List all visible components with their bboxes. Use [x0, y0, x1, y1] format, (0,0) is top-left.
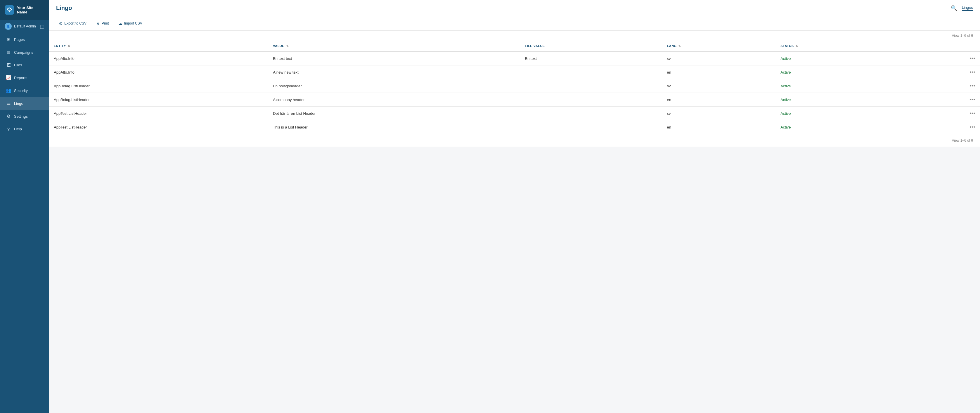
tab-lingos[interactable]: Lingos — [962, 5, 973, 11]
sidebar: Your Site Name 👤 Default Admin ⬚ ⊞Pages▤… — [0, 0, 49, 413]
sidebar-item-label: Campaigns — [14, 50, 33, 55]
col-header-entity[interactable]: ENTITY ⇅ — [49, 41, 268, 51]
cell-entity: AppAlto.Info — [49, 51, 268, 65]
sidebar-item-reports[interactable]: 📈Reports — [0, 71, 49, 84]
cell-file_value — [520, 79, 662, 93]
files-icon: 🖼 — [6, 62, 11, 67]
cell-lang: sv — [662, 51, 776, 65]
cell-value: En text text — [268, 51, 520, 65]
cell-file_value: En text — [520, 51, 662, 65]
sidebar-item-label: Security — [14, 89, 28, 93]
exit-icon[interactable]: ⬚ — [40, 24, 45, 29]
cell-status: Active — [776, 51, 907, 65]
cell-actions: ••• — [907, 106, 980, 120]
sidebar-item-pages[interactable]: ⊞Pages — [0, 33, 49, 46]
cell-file_value — [520, 93, 662, 106]
row-actions-button[interactable]: ••• — [969, 70, 975, 75]
table-body: AppAlto.InfoEn text textEn textsvActive•… — [49, 51, 980, 134]
sidebar-item-label: Reports — [14, 76, 27, 80]
lingo-table: ENTITY ⇅VALUE ⇅FILE VALUELANG ⇅STATUS ⇅ … — [49, 41, 980, 134]
settings-icon: ⚙ — [6, 114, 11, 119]
row-actions-button[interactable]: ••• — [969, 56, 975, 61]
cell-lang: sv — [662, 79, 776, 93]
row-actions-button[interactable]: ••• — [969, 83, 975, 88]
cell-actions: ••• — [907, 120, 980, 134]
cell-value: A new new text — [268, 65, 520, 79]
sidebar-username: Default Admin — [14, 24, 36, 28]
col-header-actions — [907, 41, 980, 51]
sidebar-item-help[interactable]: ?Help — [0, 123, 49, 135]
cell-value: This is a List Header — [268, 120, 520, 134]
campaigns-icon: ▤ — [6, 50, 11, 55]
cell-lang: sv — [662, 106, 776, 120]
sidebar-item-security[interactable]: 👥Security — [0, 84, 49, 97]
upload-icon: ☁ — [118, 21, 123, 26]
content-area: View 1–6 of 6 ENTITY ⇅VALUE ⇅FILE VALUEL… — [49, 31, 980, 413]
sidebar-item-label: Settings — [14, 114, 28, 119]
help-icon: ? — [6, 127, 11, 132]
table-row: AppBolag.ListHeaderA company headerenAct… — [49, 93, 980, 106]
table-row: AppAlto.InfoA new new textenActive••• — [49, 65, 980, 79]
sidebar-header: Your Site Name — [0, 0, 49, 20]
cell-entity: AppTest.ListHeader — [49, 120, 268, 134]
print-button[interactable]: 🖨 Print — [92, 19, 113, 27]
table-row: AppTest.ListHeaderDet här är en List Hea… — [49, 106, 980, 120]
svg-point-0 — [9, 11, 10, 12]
table-row: AppAlto.InfoEn text textEn textsvActive•… — [49, 51, 980, 65]
sidebar-logo — [5, 5, 14, 14]
sort-icon: ⇅ — [68, 45, 70, 48]
sort-icon: ⇅ — [678, 45, 681, 48]
user-avatar: 👤 — [5, 23, 12, 30]
cell-actions: ••• — [907, 65, 980, 79]
sidebar-item-files[interactable]: 🖼Files — [0, 59, 49, 71]
col-header-status[interactable]: STATUS ⇅ — [776, 41, 907, 51]
cell-file_value — [520, 65, 662, 79]
col-header-value[interactable]: VALUE ⇅ — [268, 41, 520, 51]
export-csv-button[interactable]: ⊙ Export to CSV — [55, 19, 91, 27]
view-info-top: View 1–6 of 6 — [49, 31, 980, 41]
cell-actions: ••• — [907, 51, 980, 65]
sidebar-item-settings[interactable]: ⚙Settings — [0, 110, 49, 123]
table-header: ENTITY ⇅VALUE ⇅FILE VALUELANG ⇅STATUS ⇅ — [49, 41, 980, 51]
cell-value: Det här är en List Header — [268, 106, 520, 120]
sidebar-item-campaigns[interactable]: ▤Campaigns — [0, 46, 49, 59]
main-content: Lingo 🔍 Lingos ⊙ Export to CSV 🖨 Print ☁… — [49, 0, 980, 413]
cell-value: En bolagsheader — [268, 79, 520, 93]
cell-status: Active — [776, 65, 907, 79]
table-container: View 1–6 of 6 ENTITY ⇅VALUE ⇅FILE VALUEL… — [49, 31, 980, 147]
page-title: Lingo — [56, 5, 72, 11]
cell-file_value — [520, 120, 662, 134]
cell-status: Active — [776, 106, 907, 120]
sidebar-item-label: Help — [14, 127, 22, 131]
sidebar-item-label: Files — [14, 63, 22, 67]
cell-entity: AppBolag.ListHeader — [49, 93, 268, 106]
col-header-file_value: FILE VALUE — [520, 41, 662, 51]
cell-status: Active — [776, 120, 907, 134]
sidebar-item-label: Pages — [14, 37, 25, 42]
row-actions-button[interactable]: ••• — [969, 124, 975, 129]
print-icon: 🖨 — [96, 21, 100, 26]
sort-icon: ⇅ — [286, 45, 289, 48]
import-csv-button[interactable]: ☁ Import CSV — [114, 19, 146, 27]
sort-icon: ⇅ — [795, 45, 798, 48]
cell-actions: ••• — [907, 93, 980, 106]
row-actions-button[interactable]: ••• — [969, 111, 975, 116]
cell-status: Active — [776, 93, 907, 106]
cell-actions: ••• — [907, 79, 980, 93]
cell-file_value — [520, 106, 662, 120]
cell-entity: AppAlto.Info — [49, 65, 268, 79]
pages-icon: ⊞ — [6, 37, 11, 42]
reports-icon: 📈 — [6, 75, 11, 80]
cell-value: A company header — [268, 93, 520, 106]
cell-entity: AppBolag.ListHeader — [49, 79, 268, 93]
cell-lang: en — [662, 93, 776, 106]
row-actions-button[interactable]: ••• — [969, 97, 975, 102]
search-icon[interactable]: 🔍 — [951, 5, 957, 11]
sidebar-item-lingo[interactable]: ☰Lingo — [0, 97, 49, 110]
cell-lang: en — [662, 65, 776, 79]
cell-lang: en — [662, 120, 776, 134]
topbar: Lingo 🔍 Lingos — [49, 0, 980, 16]
export-icon: ⊙ — [59, 21, 62, 26]
col-header-lang[interactable]: LANG ⇅ — [662, 41, 776, 51]
sidebar-user: 👤 Default Admin ⬚ — [0, 20, 49, 33]
